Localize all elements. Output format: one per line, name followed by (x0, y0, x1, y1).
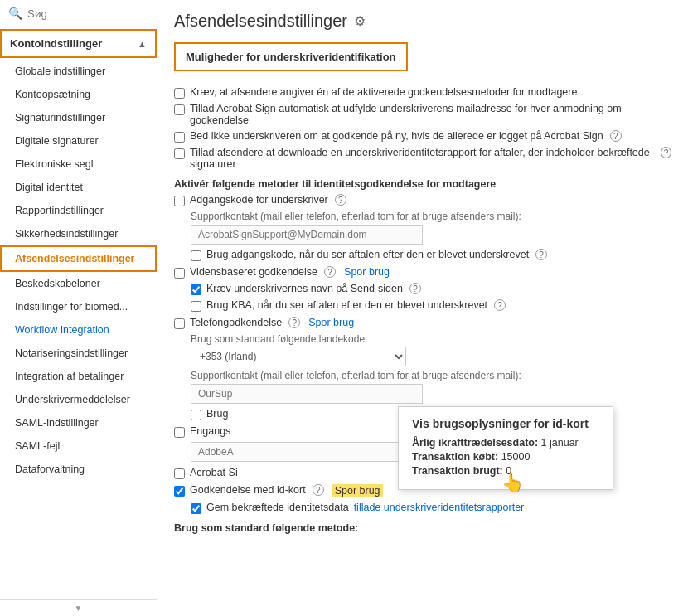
page-title: Afsendelsesindstillinger (174, 12, 347, 31)
krav-navn-label: Kræv underskrivernes navn på Send-siden (206, 283, 403, 294)
checkbox-krav-input[interactable] (174, 88, 185, 99)
search-box[interactable]: 🔍 (0, 0, 157, 27)
checkbox-videns[interactable] (174, 268, 185, 279)
checkbox-tillad-afs-input[interactable] (174, 148, 185, 159)
checkbox-krav-navn-row: Kræv underskrivernes navn på Send-siden … (191, 283, 671, 295)
country-select[interactable]: +353 (Irland) (191, 347, 406, 366)
search-icon: 🔍 (8, 7, 22, 20)
sidebar-item-notaris[interactable]: Notariseringsindstillinger (0, 342, 157, 365)
checkbox-tillad-input[interactable] (174, 104, 185, 115)
sidebar-item-kontoopsaetning[interactable]: Kontoopsætning (0, 83, 157, 106)
sidebar-item-afsendelse[interactable]: Afsendelsesindstillinger (0, 245, 157, 272)
checkbox-engangs[interactable] (174, 427, 185, 438)
support-label-2: Supportkontakt (mail eller telefon, efte… (191, 370, 671, 381)
checkbox-brug-kba[interactable] (191, 301, 201, 312)
gear-icon[interactable]: ⚙ (354, 13, 366, 29)
activate-label: Aktivér følgende metoder til identitetsg… (174, 178, 671, 190)
support-input-2[interactable] (191, 384, 423, 404)
checkbox-brug-kba-row: Brug KBA, når du ser aftalen efter den e… (191, 299, 671, 312)
acrobat-label: Acrobat Si (190, 467, 238, 478)
section-title-box: Muligheder for underskriveridentifikatio… (174, 42, 408, 71)
sidebar-item-saml-fejl[interactable]: SAML-fejl (0, 434, 157, 458)
checkbox-gem[interactable] (191, 503, 201, 514)
brug-kba-label: Brug KBA, når du ser aftalen efter den e… (206, 299, 487, 311)
tooltip-label-1: Transaktion købt: (412, 451, 498, 463)
sidebar-item-betaling[interactable]: Integration af betalinger (0, 365, 157, 388)
country-label: Brug som standard følgende landekode: (191, 333, 671, 345)
telefon-label: Telefongodkendelse (190, 317, 282, 328)
search-input[interactable] (27, 7, 148, 20)
support-label-1: Supportkontakt (mail eller telefon, efte… (191, 211, 671, 222)
checkbox-brug-tel[interactable] (191, 410, 201, 420)
help-icon-krav-navn[interactable]: ? (409, 283, 421, 294)
help-icon-godkendelse[interactable]: ? (313, 484, 324, 496)
sidebar-item-dataforvaltning[interactable]: Dataforvaltning (0, 458, 157, 481)
chevron-up-icon: ▲ (138, 39, 147, 49)
method-videns-row: Vidensbaseret godkendelse ? Spor brug (174, 266, 671, 279)
checkbox-krav-afsendere: Kræv, at afsendere angiver én af de akti… (174, 86, 671, 99)
sidebar-item-sikkerhed[interactable]: Sikkerhedsindstillinger (0, 222, 157, 245)
checkbox-krav-label: Kræv, at afsendere angiver én af de akti… (190, 86, 577, 98)
brug-tel-label: Brug (206, 408, 228, 420)
checkbox-telefon[interactable] (174, 318, 185, 329)
main-content: Afsendelsesindstillinger ⚙ Muligheder fo… (157, 0, 688, 616)
sidebar-item-globale[interactable]: Globale indstillinger (0, 60, 157, 83)
sidebar-item-workflow[interactable]: Workflow Integration (0, 318, 157, 342)
method-adgangskode-row: Adgangskode for underskriver ? (174, 194, 671, 206)
track-link-videns[interactable]: Spor brug (344, 266, 390, 278)
checkbox-tillad-afsendere: Tillad afsendere at downloade en undersk… (174, 147, 671, 170)
tooltip-popup: Vis brugsoplysninger for id-kort Årlig i… (398, 406, 613, 490)
checkbox-brug-adgang-row: Brug adgangskode, når du ser aftalen eft… (191, 249, 671, 261)
sidebar-item-besked[interactable]: Beskedskabeloner (0, 272, 157, 295)
scroll-down-icon[interactable]: ▼ (75, 604, 83, 613)
help-icon-videns[interactable]: ? (324, 266, 336, 278)
sidebar-item-underskriver-med[interactable]: Underskrivermeddelelser (0, 388, 157, 411)
tooltip-label-2: Transaktion brugt: (412, 465, 503, 477)
sidebar-group-label: Kontoindstillinger (10, 37, 102, 50)
checkbox-bed-label: Bed ikke underskriveren om at godkende p… (190, 130, 603, 142)
section-title: Muligheder for underskriveridentifikatio… (186, 51, 396, 63)
sidebar-item-biomed[interactable]: Indstillinger for biomed... (0, 295, 157, 318)
help-icon-brug-kba[interactable]: ? (494, 299, 506, 311)
sidebar-group-header[interactable]: Kontoindstillinger ▲ (0, 29, 157, 58)
sidebar-scroll-down[interactable]: ▼ (0, 599, 157, 616)
help-icon-adgangskode[interactable]: ? (335, 194, 346, 206)
checkbox-krav-navn[interactable] (191, 284, 201, 295)
sidebar-item-saml[interactable]: SAML-indstillinger (0, 411, 157, 434)
page-title-row: Afsendelsesindstillinger ⚙ (174, 12, 671, 31)
sidebar: 🔍 Kontoindstillinger ▲ Globale indstilli… (0, 0, 157, 616)
track-link-telefon[interactable]: Spor brug (308, 317, 354, 328)
support-input-1[interactable] (191, 225, 423, 245)
checkbox-acrobat[interactable] (174, 468, 185, 479)
checkbox-brug-adgang[interactable] (191, 250, 201, 261)
sidebar-item-elektroniske[interactable]: Elektroniske segl (0, 153, 157, 176)
sidebar-item-digital-id[interactable]: Digital identitet (0, 176, 157, 199)
engangs-input[interactable] (191, 442, 423, 462)
tooltip-value-1: 15000 (501, 451, 531, 463)
bottom-label: Brug som standard følgende metode: (174, 522, 671, 534)
sidebar-item-digitale[interactable]: Digitale signaturer (0, 129, 157, 153)
sidebar-item-rapport[interactable]: Rapportindstillinger (0, 199, 157, 222)
help-icon-brug-adgang[interactable]: ? (535, 249, 547, 260)
tooltip-row-2: Transaktion brugt: 0 (412, 465, 599, 477)
checkbox-tillad-label: Tillad Acrobat Sign automatisk at udfyld… (190, 103, 671, 126)
gem-label: Gem bekræftede identitetsdata (206, 502, 349, 513)
sidebar-section: Kontoindstillinger ▲ Globale indstilling… (0, 27, 157, 599)
checkbox-godkendelse[interactable] (174, 486, 185, 497)
help-icon-bed[interactable]: ? (610, 130, 622, 142)
engangs-label: Engangs (190, 425, 230, 437)
gem-suffix-link[interactable]: tillade underskriveridentitetsrapporter (354, 502, 525, 513)
track-link-godkendelse[interactable]: Spor brug (332, 484, 383, 497)
godkendelse-label: Godkendelse med id-kort (190, 484, 306, 496)
tooltip-value-2: 0 (506, 465, 511, 477)
videns-label: Vidensbaseret godkendelse (190, 266, 317, 278)
tooltip-title: Vis brugsoplysninger for id-kort (412, 417, 599, 430)
sidebar-item-signatur[interactable]: Signaturindstillinger (0, 106, 157, 129)
help-icon-telefon[interactable]: ? (288, 317, 300, 328)
checkbox-bed-input[interactable] (174, 132, 185, 143)
tooltip-value-0: 1 januar (541, 437, 579, 449)
help-icon-tillad-afs[interactable]: ? (661, 147, 671, 158)
checkbox-tillad-afs-label: Tillad afsendere at downloade en undersk… (190, 147, 654, 170)
adgangskode-label: Adgangskode for underskriver (190, 194, 328, 206)
checkbox-adgangskode[interactable] (174, 196, 185, 206)
